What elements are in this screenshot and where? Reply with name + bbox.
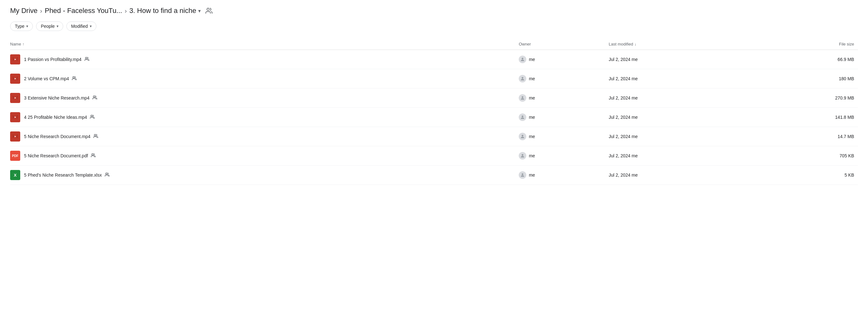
svg-point-52	[522, 154, 523, 156]
shared-icon	[84, 57, 90, 62]
breadcrumb-sep-2: ›	[125, 7, 127, 14]
file-size-cell-2: 270.9 MB	[756, 89, 858, 108]
svg-rect-24	[13, 99, 13, 99]
svg-point-49	[94, 134, 96, 136]
breadcrumb-parent[interactable]: Phed - Faceless YouTu...	[44, 7, 122, 15]
svg-point-10	[522, 58, 523, 59]
shared-icon	[93, 134, 99, 139]
owner-column-label: Owner	[519, 42, 531, 46]
table-row[interactable]: PDF 5 Niche Research Document.pdf	[10, 146, 858, 166]
file-size-cell-3: 141.8 MB	[756, 108, 858, 127]
breadcrumb-current-text: 3. How to find a niche	[129, 7, 196, 15]
people-filter-chevron: ▾	[57, 24, 59, 28]
last-modified-cell-6: Jul 2, 2024 me	[609, 166, 756, 185]
svg-rect-45	[17, 135, 18, 135]
svg-point-9	[85, 57, 87, 59]
svg-rect-16	[17, 78, 18, 79]
owner-avatar	[519, 133, 526, 140]
last-modified-cell-2: Jul 2, 2024 me	[609, 89, 756, 108]
file-name-text: 1 Passion vs Profitability.mp4	[24, 57, 82, 62]
owner-name: me	[529, 153, 535, 158]
breadcrumb: My Drive › Phed - Faceless YouTu... › 3.…	[10, 6, 858, 15]
file-name-cell-1: 2 Volume vs CPM.mp4	[10, 69, 519, 89]
svg-rect-27	[17, 99, 18, 99]
last-modified-cell-0: Jul 2, 2024 me	[609, 50, 756, 69]
file-name-cell-6: X 5 Phed's Niche Research Template.xlsx	[10, 166, 519, 185]
column-header-last-modified[interactable]: Last modified ↓	[609, 38, 756, 50]
svg-rect-33	[13, 116, 13, 117]
svg-point-53	[105, 173, 107, 174]
file-type-icon-xlsx: X	[10, 170, 20, 180]
file-name-cell-5: PDF 5 Niche Research Document.pdf	[10, 146, 519, 166]
file-type-icon-video	[10, 93, 20, 103]
breadcrumb-dropdown-icon[interactable]: ▾	[198, 8, 201, 14]
owner-cell-1: me	[519, 69, 609, 89]
breadcrumb-root[interactable]: My Drive	[10, 7, 38, 15]
file-size-cell-6: 5 KB	[756, 166, 858, 185]
svg-rect-4	[13, 60, 13, 61]
owner-avatar	[519, 75, 526, 82]
owner-avatar	[519, 94, 526, 102]
modified-filter-button[interactable]: Modified ▾	[66, 22, 96, 31]
last-modified-cell-5: Jul 2, 2024 me	[609, 146, 756, 166]
column-header-file-size: File size	[756, 38, 858, 50]
file-type-icon-video	[10, 74, 20, 84]
owner-name: me	[529, 76, 535, 81]
svg-point-19	[73, 76, 74, 78]
svg-rect-44	[13, 137, 13, 138]
type-filter-chevron: ▾	[26, 24, 28, 28]
file-size-cell-1: 180 MB	[756, 69, 858, 89]
file-name-text: 5 Phed's Niche Research Template.xlsx	[24, 172, 102, 177]
column-header-owner: Owner	[519, 38, 609, 50]
svg-rect-25	[17, 96, 18, 97]
table-row[interactable]: X 5 Phed's Niche Research Template.xlsx	[10, 166, 858, 185]
file-size-cell-4: 14.7 MB	[756, 127, 858, 146]
owner-cell-4: me	[519, 127, 609, 146]
svg-rect-13	[13, 78, 13, 79]
svg-point-30	[522, 96, 523, 98]
type-filter-button[interactable]: Type ▾	[10, 22, 33, 31]
table-row[interactable]: 5 Niche Research Document.mp4	[10, 127, 858, 146]
owner-cell-5: me	[519, 146, 609, 166]
svg-point-0	[207, 8, 209, 10]
people-filter-button[interactable]: People ▾	[36, 22, 63, 31]
svg-point-40	[522, 115, 523, 117]
shared-icon	[90, 153, 96, 159]
file-name-cell-0: 1 Passion vs Profitability.mp4	[10, 50, 519, 69]
table-row[interactable]: 1 Passion vs Profitability.mp4	[10, 50, 858, 69]
table-row[interactable]: 4 25 Profitable Niche Ideas.mp4	[10, 108, 858, 127]
svg-rect-35	[17, 115, 18, 116]
svg-rect-12	[13, 77, 13, 77]
owner-name: me	[529, 134, 535, 139]
svg-point-39	[91, 115, 92, 116]
column-header-name[interactable]: Name ↑	[10, 38, 519, 50]
last-modified-cell-1: Jul 2, 2024 me	[609, 69, 756, 89]
table-row[interactable]: 3 Extensive Niche Research.mp4	[10, 89, 858, 108]
file-name-cell-2: 3 Extensive Niche Research.mp4	[10, 89, 519, 108]
svg-rect-17	[17, 79, 18, 80]
owner-cell-3: me	[519, 108, 609, 127]
owner-name: me	[529, 172, 535, 177]
file-type-icon-video	[10, 112, 20, 122]
svg-rect-7	[17, 60, 18, 61]
modified-filter-chevron: ▾	[90, 24, 92, 28]
file-size-cell-5: 705 KB	[756, 146, 858, 166]
svg-rect-47	[17, 137, 18, 138]
share-folder-icon[interactable]	[205, 6, 213, 15]
file-name-text: 2 Volume vs CPM.mp4	[24, 76, 69, 81]
table-row[interactable]: 2 Volume vs CPM.mp4	[10, 69, 858, 89]
svg-rect-36	[17, 116, 18, 117]
file-name-text: 5 Niche Research Document.pdf	[24, 153, 88, 158]
svg-point-29	[93, 96, 95, 97]
table-header-row: Name ↑ Owner Last modified ↓ File size	[10, 38, 858, 50]
owner-cell-6: me	[519, 166, 609, 185]
file-name-cell-4: 5 Niche Research Document.mp4	[10, 127, 519, 146]
owner-avatar	[519, 113, 526, 121]
shared-icon	[89, 114, 95, 120]
last-modified-cell-4: Jul 2, 2024 me	[609, 127, 756, 146]
svg-rect-26	[17, 97, 18, 98]
svg-rect-37	[17, 118, 18, 119]
file-table: Name ↑ Owner Last modified ↓ File size	[10, 38, 858, 185]
owner-cell-0: me	[519, 50, 609, 69]
file-name-text: 5 Niche Research Document.mp4	[24, 134, 90, 139]
